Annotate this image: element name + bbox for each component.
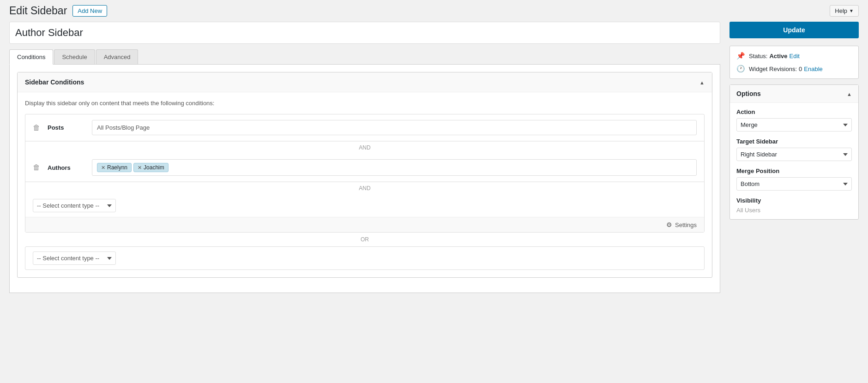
visibility-value: All Users: [736, 207, 852, 214]
status-label: Status:: [749, 53, 767, 60]
conditions-description: Display this sidebar only on content tha…: [25, 100, 705, 107]
tag-joachim: ✕ Joachim: [133, 163, 169, 172]
condition-row-posts: 🗑 Posts All Posts/Blog Page: [25, 114, 704, 141]
revisions-label: Widget Revisions:: [749, 66, 797, 72]
tab-conditions[interactable]: Conditions: [9, 49, 53, 65]
condition-row-authors: 🗑 Authors ✕ Raelynn ✕ Joachim: [25, 154, 704, 182]
action-label: Action: [736, 108, 852, 115]
and-separator-2: AND: [25, 182, 704, 194]
section-title: Sidebar Conditions: [25, 78, 84, 86]
title-input-wrapper: Author Sidebar: [9, 22, 720, 44]
content-type-select-2[interactable]: -- Select content type --: [33, 251, 116, 265]
action-select[interactable]: Merge Replace Remove: [736, 118, 852, 132]
publish-meta-body: 📌 Status: Active Edit 🕐 Widget Revisions…: [730, 46, 858, 78]
options-meta-body: Action Merge Replace Remove Target Sideb…: [730, 103, 858, 219]
tag-remove-joachim[interactable]: ✕: [138, 165, 142, 171]
tag-remove-raelynn[interactable]: ✕: [101, 165, 105, 171]
condition-group: 🗑 Posts All Posts/Blog Page AND 🗑: [25, 114, 705, 233]
options-meta-box: Options Action Merge Replace Remove Targ…: [729, 84, 859, 220]
status-edit-link[interactable]: Edit: [790, 53, 800, 60]
target-sidebar-label: Target Sidebar: [736, 138, 852, 145]
tab-advanced[interactable]: Advanced: [96, 49, 139, 64]
content-type-select-1[interactable]: -- Select content type --: [33, 199, 116, 212]
tab-schedule[interactable]: Schedule: [54, 49, 95, 64]
settings-button[interactable]: ⚙ Settings: [666, 221, 697, 228]
tag-raelynn: ✕ Raelynn: [97, 163, 132, 172]
merge-position-label: Merge Position: [736, 168, 852, 174]
and-separator-1: AND: [25, 141, 704, 154]
trash-icon-authors[interactable]: 🗑: [33, 163, 40, 172]
tabs-bar: Conditions Schedule Advanced: [9, 48, 720, 65]
right-sidebar-panel: Update 📌 Status: Active Edit 🕐 Widget Re…: [729, 22, 859, 293]
revisions-count: 0: [799, 66, 802, 72]
target-sidebar-select[interactable]: Right Sidebar Left Sidebar Footer: [736, 148, 852, 161]
update-button[interactable]: Update: [729, 22, 859, 38]
sidebar-conditions-section: Sidebar Conditions Display this sidebar …: [17, 72, 712, 278]
tab-content: Sidebar Conditions Display this sidebar …: [9, 65, 720, 293]
section-body: Display this sidebar only on content tha…: [18, 92, 712, 277]
chevron-up-icon: [699, 78, 705, 86]
sidebar-title-input[interactable]: Author Sidebar: [10, 22, 720, 43]
settings-footer: ⚙ Settings: [25, 217, 704, 232]
condition-group-2: -- Select content type --: [25, 246, 705, 270]
options-collapse-button[interactable]: [847, 90, 852, 98]
select-row-2: -- Select content type --: [25, 247, 704, 269]
revisions-row: 🕐 Widget Revisions: 0 Enable: [736, 65, 852, 73]
select-row-1: -- Select content type --: [25, 194, 704, 217]
pin-icon: 📌: [736, 52, 745, 60]
section-header: Sidebar Conditions: [18, 72, 712, 92]
chevron-down-icon: ▼: [849, 8, 854, 13]
merge-position-select[interactable]: Bottom Top Middle: [736, 177, 852, 191]
options-chevron-up-icon: [847, 90, 852, 97]
options-meta-header: Options: [730, 85, 858, 103]
revisions-enable-link[interactable]: Enable: [804, 66, 822, 72]
page-title: Edit Sidebar: [9, 5, 67, 17]
clock-icon: 🕐: [736, 65, 745, 73]
gear-icon: ⚙: [666, 221, 672, 228]
add-new-button[interactable]: Add New: [72, 5, 107, 17]
publish-meta-box: 📌 Status: Active Edit 🕐 Widget Revisions…: [729, 46, 859, 79]
visibility-label: Visibility: [736, 197, 852, 204]
collapse-button[interactable]: [699, 78, 705, 86]
options-title: Options: [736, 90, 761, 97]
condition-label-posts: Posts: [48, 124, 84, 131]
status-row: 📌 Status: Active Edit: [736, 52, 852, 60]
condition-value-posts: All Posts/Blog Page: [92, 120, 697, 135]
trash-icon-posts[interactable]: 🗑: [33, 124, 40, 132]
tag-container-authors[interactable]: ✕ Raelynn ✕ Joachim: [92, 159, 697, 176]
condition-label-authors: Authors: [48, 164, 84, 171]
help-button[interactable]: Help ▼: [830, 5, 859, 17]
status-value: Active: [769, 53, 787, 60]
or-separator: OR: [25, 233, 705, 246]
